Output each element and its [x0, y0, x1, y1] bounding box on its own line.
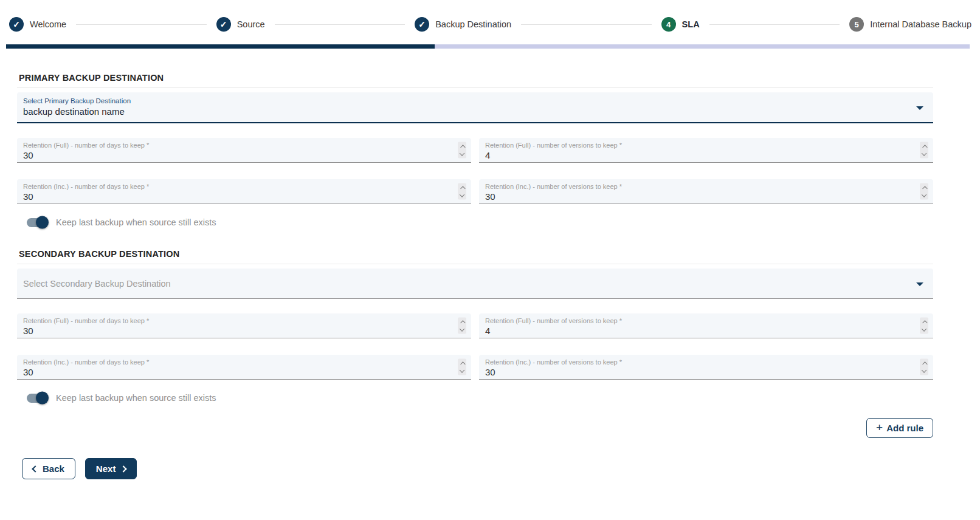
wizard-stepper: ✓ Welcome ✓ Source ✓ Backup Destination …: [9, 17, 971, 32]
retention-full-versions-input[interactable]: [485, 150, 909, 160]
divider: [17, 264, 933, 264]
step-number-badge: 5: [849, 17, 864, 32]
chevron-down-icon[interactable]: [916, 282, 923, 286]
divider: [17, 87, 933, 88]
keep-last-backup-toggle[interactable]: [27, 218, 48, 227]
retention-full-versions-field[interactable]: Retention (Full) - number of versions to…: [479, 313, 933, 338]
step-label: Internal Database Backup: [870, 19, 971, 29]
step-connector: [76, 24, 207, 25]
retention-inc-versions-field[interactable]: Retention (Inc.) - number of versions to…: [479, 179, 933, 204]
retention-inc-days-input[interactable]: [23, 191, 447, 202]
retention-inc-days-field[interactable]: Retention (Inc.) - number of days to kee…: [17, 355, 471, 380]
step-label: Welcome: [30, 19, 66, 29]
step-welcome[interactable]: ✓ Welcome: [9, 17, 66, 32]
field-label: Retention (Full) - number of versions to…: [485, 317, 909, 324]
secondary-backup-destination-select[interactable]: Select Secondary Backup Destination: [17, 269, 933, 299]
step-connector: [521, 24, 652, 25]
retention-full-days-input[interactable]: [23, 150, 447, 160]
retention-full-versions-input[interactable]: [485, 326, 909, 336]
section-title: PRIMARY BACKUP DESTINATION: [19, 73, 933, 83]
number-stepper[interactable]: [920, 359, 928, 375]
check-icon: ✓: [216, 17, 231, 32]
toggle-thumb: [36, 216, 49, 229]
toggle-label: Keep last backup when source still exist…: [56, 393, 216, 403]
number-stepper[interactable]: [458, 183, 466, 200]
step-number-badge: 4: [661, 17, 676, 32]
back-label: Back: [43, 464, 64, 474]
field-label: Retention (Full) - number of versions to…: [485, 142, 909, 149]
field-label: Retention (Inc.) - number of days to kee…: [23, 358, 447, 366]
retention-inc-versions-field[interactable]: Retention (Inc.) - number of versions to…: [479, 355, 933, 380]
wizard-progress-bar: [6, 44, 970, 49]
step-internal-database-backup[interactable]: 5 Internal Database Backup: [849, 17, 971, 32]
primary-backup-destination-section: PRIMARY BACKUP DESTINATION Select Primar…: [17, 73, 933, 227]
field-label: Retention (Full) - number of days to kee…: [23, 317, 447, 324]
chevron-down-icon[interactable]: [916, 106, 923, 110]
secondary-backup-destination-section: SECONDARY BACKUP DESTINATION Select Seco…: [17, 249, 933, 403]
retention-full-days-input[interactable]: [23, 326, 447, 336]
next-label: Next: [96, 464, 116, 474]
section-title: SECONDARY BACKUP DESTINATION: [19, 249, 933, 259]
add-rule-button[interactable]: + Add rule: [866, 418, 933, 438]
number-stepper[interactable]: [920, 183, 928, 200]
retention-inc-versions-input[interactable]: [485, 367, 909, 377]
select-label: Select Primary Backup Destination: [23, 97, 906, 104]
field-label: Retention (Inc.) - number of days to kee…: [23, 183, 447, 190]
chevron-right-icon: [120, 465, 127, 472]
chevron-left-icon: [32, 465, 38, 472]
step-source[interactable]: ✓ Source: [216, 17, 265, 32]
number-stepper[interactable]: [920, 142, 928, 159]
retention-inc-days-input[interactable]: [23, 367, 447, 377]
toggle-label: Keep last backup when source still exist…: [56, 217, 216, 227]
toggle-thumb: [36, 392, 49, 405]
retention-inc-versions-input[interactable]: [485, 191, 909, 202]
field-label: Retention (Inc.) - number of versions to…: [485, 358, 909, 366]
retention-full-days-field[interactable]: Retention (Full) - number of days to kee…: [17, 313, 471, 338]
field-label: Retention (Inc.) - number of versions to…: [485, 183, 909, 190]
field-label: Retention (Full) - number of days to kee…: [23, 142, 447, 149]
check-icon: ✓: [9, 17, 24, 32]
select-value: backup destination name: [23, 106, 906, 117]
check-icon: ✓: [415, 17, 429, 32]
progress-fill: [6, 44, 435, 49]
number-stepper[interactable]: [920, 318, 928, 334]
number-stepper[interactable]: [458, 318, 466, 334]
step-connector: [275, 24, 405, 25]
retention-full-versions-field[interactable]: Retention (Full) - number of versions to…: [479, 138, 933, 163]
back-button[interactable]: Back: [22, 458, 75, 479]
step-label: SLA: [682, 19, 700, 29]
plus-icon: +: [876, 422, 883, 433]
next-button[interactable]: Next: [85, 458, 137, 479]
retention-inc-days-field[interactable]: Retention (Inc.) - number of days to kee…: [17, 179, 471, 204]
step-connector: [709, 24, 840, 25]
select-placeholder: Select Secondary Backup Destination: [23, 279, 171, 289]
number-stepper[interactable]: [458, 359, 466, 375]
step-backup-destination[interactable]: ✓ Backup Destination: [415, 17, 511, 32]
step-label: Backup Destination: [435, 19, 511, 29]
primary-backup-destination-select[interactable]: Select Primary Backup Destination backup…: [17, 92, 933, 123]
step-label: Source: [237, 19, 265, 29]
step-sla[interactable]: 4 SLA: [661, 17, 700, 32]
keep-last-backup-toggle[interactable]: [27, 394, 48, 403]
add-rule-label: Add rule: [886, 423, 923, 433]
number-stepper[interactable]: [458, 142, 466, 159]
retention-full-days-field[interactable]: Retention (Full) - number of days to kee…: [17, 138, 471, 163]
